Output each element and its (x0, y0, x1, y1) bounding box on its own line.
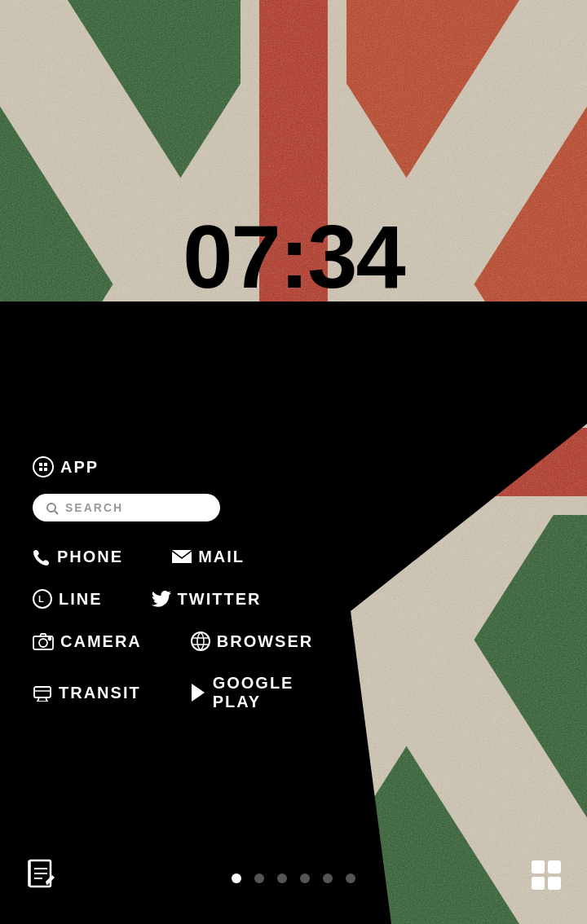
mail-button[interactable]: MAIL (172, 548, 245, 566)
camera-button[interactable]: CAMERA (33, 632, 142, 651)
play-icon (190, 684, 206, 702)
app-button[interactable]: APP (33, 456, 99, 477)
browser-label: BROWSER (217, 632, 313, 651)
googleplay-label: GOOGLE PLAY (213, 674, 294, 711)
svg-rect-16 (39, 463, 42, 466)
main-content: 07:34 THURSDAY 24 JULY AP (0, 0, 587, 924)
transit-button[interactable]: TRANSIT (33, 684, 141, 702)
dot-3[interactable] (277, 873, 287, 883)
svg-point-27 (192, 632, 210, 650)
twitter-icon (152, 591, 171, 607)
clock-date-num: 24 (305, 308, 331, 328)
pagination-dots (0, 873, 587, 883)
transit-icon (33, 684, 52, 702)
svg-rect-17 (44, 463, 47, 466)
line-label: LINE (59, 590, 103, 609)
twitter-label: TWITTER (178, 590, 262, 609)
svg-rect-19 (44, 468, 47, 471)
camera-label: CAMERA (60, 632, 142, 651)
camera-browser-row: CAMERA BROWSER (33, 631, 318, 651)
svg-point-25 (39, 639, 47, 647)
dot-1[interactable] (232, 873, 241, 883)
line-twitter-row: L LINE TWITTER (33, 589, 318, 609)
phone-icon (33, 548, 51, 566)
clock-time: 07:34 (0, 212, 587, 301)
dot-6[interactable] (346, 873, 355, 883)
svg-text:L: L (38, 594, 44, 604)
app-icon (33, 456, 54, 477)
clock-date: THURSDAY 24 JULY (0, 308, 587, 329)
browser-button[interactable]: BROWSER (191, 631, 313, 651)
svg-rect-42 (548, 860, 561, 873)
search-placeholder: SEARCH (65, 501, 123, 514)
dot-2[interactable] (254, 873, 264, 883)
svg-point-15 (33, 457, 53, 477)
dot-4[interactable] (300, 873, 310, 883)
svg-rect-43 (532, 877, 545, 890)
dot-5[interactable] (323, 873, 333, 883)
clock-day: THURSDAY (157, 308, 280, 328)
menu-area: APP SEARCH (33, 456, 318, 734)
svg-rect-41 (532, 860, 545, 873)
phone-button[interactable]: PHONE (33, 548, 123, 566)
grid-menu-button[interactable] (528, 857, 564, 893)
line-button[interactable]: L LINE (33, 589, 103, 609)
phone-mail-row: PHONE MAIL (33, 548, 318, 566)
svg-rect-18 (39, 468, 42, 471)
svg-rect-44 (548, 877, 561, 890)
mail-icon (172, 550, 192, 565)
search-icon (46, 500, 59, 515)
transit-label: TRANSIT (59, 684, 141, 702)
line-icon: L (33, 589, 52, 609)
phone-label: PHONE (57, 548, 123, 566)
camera-icon (33, 632, 54, 650)
app-label: APP (60, 458, 99, 477)
search-container: SEARCH (33, 494, 318, 521)
clock-month: JULY (373, 308, 430, 328)
transit-play-row: TRANSIT GOOGLE PLAY (33, 674, 318, 711)
mail-label: MAIL (198, 548, 245, 566)
svg-point-26 (49, 638, 51, 640)
app-row: APP (33, 456, 318, 477)
search-bar[interactable]: SEARCH (33, 494, 220, 521)
svg-rect-30 (34, 687, 51, 697)
svg-line-21 (55, 511, 58, 514)
svg-marker-35 (192, 684, 205, 702)
browser-icon (191, 631, 210, 651)
clock-area: 07:34 THURSDAY 24 JULY (0, 212, 587, 329)
svg-point-20 (47, 504, 55, 512)
googleplay-button[interactable]: GOOGLE PLAY (190, 674, 294, 711)
twitter-button[interactable]: TWITTER (152, 590, 262, 609)
